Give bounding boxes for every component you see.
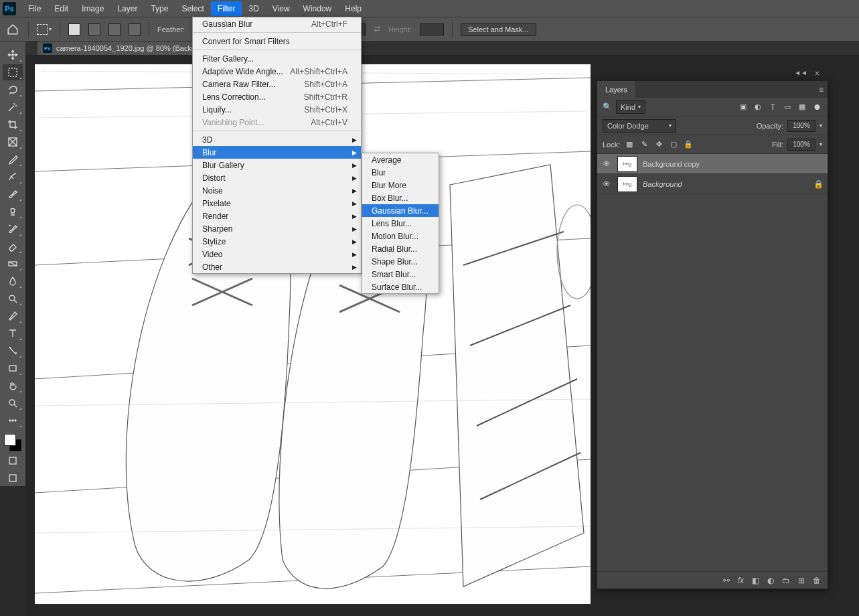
- menuitem-radial-blur[interactable]: Radial Blur...: [362, 242, 439, 255]
- menuitem-render[interactable]: Render▶: [193, 210, 361, 222]
- group-icon[interactable]: 🗀: [782, 576, 790, 585]
- tool-lasso[interactable]: [3, 82, 23, 98]
- tool-hand[interactable]: [3, 378, 23, 394]
- menuitem-camera-raw-filter[interactable]: Camera Raw Filter...Shift+Ctrl+A: [193, 78, 361, 90]
- menuitem-adaptive-wide-angle[interactable]: Adaptive Wide Angle...Alt+Shift+Ctrl+A: [193, 65, 361, 78]
- tool-stamp[interactable]: [3, 204, 23, 220]
- home-icon[interactable]: [5, 22, 20, 37]
- layer-row[interactable]: 👁imgBackground copy: [597, 154, 828, 174]
- tool-gradient[interactable]: [3, 256, 23, 272]
- menuitem-blur-gallery[interactable]: Blur Gallery▶: [193, 159, 361, 171]
- menuitem-blur-more[interactable]: Blur More: [362, 179, 439, 191]
- layer-thumbnail[interactable]: img: [617, 156, 637, 172]
- menuitem-stylize[interactable]: Stylize▶: [193, 235, 361, 248]
- menuitem-box-blur[interactable]: Box Blur...: [362, 191, 439, 204]
- tool-blur[interactable]: [3, 273, 23, 289]
- adjustment-layer-icon[interactable]: ◐: [767, 576, 774, 585]
- selection-new-icon[interactable]: [68, 23, 80, 35]
- menuitem-average[interactable]: Average: [362, 153, 439, 166]
- panel-tab-layers[interactable]: Layers: [597, 81, 635, 98]
- tool-quick-mask[interactable]: [3, 453, 23, 469]
- menuitem-liquify[interactable]: Liquify...Shift+Ctrl+X: [193, 103, 361, 116]
- swap-icon[interactable]: ⇄: [374, 25, 380, 33]
- lock-all-icon[interactable]: 🔒: [683, 139, 694, 150]
- tool-zoom[interactable]: [3, 395, 23, 411]
- menuitem-sharpen[interactable]: Sharpen▶: [193, 222, 361, 235]
- tool-eyedropper[interactable]: [3, 151, 23, 167]
- menuitem-distort[interactable]: Distort▶: [193, 171, 361, 184]
- menu-filter[interactable]: Filter: [211, 1, 242, 16]
- menuitem-gaussian-blur[interactable]: Gaussian BlurAlt+Ctrl+F: [193, 17, 361, 30]
- menu-window[interactable]: Window: [297, 1, 339, 16]
- menu-layer[interactable]: Layer: [110, 1, 144, 16]
- lock-position-icon[interactable]: ✥: [653, 139, 664, 150]
- menu-type[interactable]: Type: [144, 1, 175, 16]
- tool-brush[interactable]: [3, 186, 23, 202]
- menuitem-motion-blur[interactable]: Motion Blur...: [362, 230, 439, 242]
- menuitem-3d[interactable]: 3D▶: [193, 133, 361, 146]
- tool-type[interactable]: [3, 325, 23, 341]
- height-input[interactable]: [420, 23, 444, 35]
- menu-file[interactable]: File: [21, 1, 48, 16]
- tool-brush-heal[interactable]: [3, 169, 23, 185]
- menu-image[interactable]: Image: [75, 1, 110, 16]
- lock-artboard-icon[interactable]: ▢: [668, 139, 679, 150]
- menuitem-video[interactable]: Video▶: [193, 248, 361, 260]
- mask-icon[interactable]: ◧: [752, 576, 759, 585]
- selection-add-icon[interactable]: [88, 23, 100, 35]
- menuitem-filter-gallery[interactable]: Filter Gallery...: [193, 52, 361, 65]
- menuitem-blur[interactable]: Blur▶: [193, 146, 361, 159]
- filter-smart-icon[interactable]: ▦: [797, 102, 807, 112]
- panel-close-icon[interactable]: ×: [815, 69, 819, 78]
- menu-edit[interactable]: Edit: [48, 1, 75, 16]
- filter-type-icon[interactable]: T: [767, 102, 778, 112]
- menuitem-convert-for-smart-filters[interactable]: Convert for Smart Filters: [193, 35, 361, 48]
- fill-input[interactable]: 100%: [787, 139, 815, 151]
- menuitem-blur[interactable]: Blur: [362, 166, 439, 179]
- tool-marquee[interactable]: [3, 64, 23, 80]
- layer-thumbnail[interactable]: img: [617, 176, 637, 192]
- fx-icon[interactable]: fx: [738, 576, 744, 585]
- filter-adjust-icon[interactable]: ◐: [753, 102, 763, 112]
- lock-brush-icon[interactable]: ✎: [639, 139, 649, 150]
- new-layer-icon[interactable]: ⊞: [798, 576, 805, 585]
- menuitem-pixelate[interactable]: Pixelate▶: [193, 197, 361, 210]
- menu-select[interactable]: Select: [175, 1, 210, 16]
- tool-move[interactable]: [3, 47, 23, 63]
- tool-wand[interactable]: [3, 99, 23, 115]
- blend-mode-select[interactable]: Color Dodge ▾: [603, 119, 676, 133]
- layer-filter-kind[interactable]: Kind▾: [616, 100, 645, 114]
- filter-shape-icon[interactable]: ▭: [782, 102, 793, 112]
- delete-layer-icon[interactable]: 🗑: [813, 576, 821, 585]
- tool-screen-mode[interactable]: [3, 470, 23, 486]
- menu-3d[interactable]: 3D: [242, 1, 265, 16]
- tool-history-brush[interactable]: [3, 221, 23, 237]
- fill-caret-icon[interactable]: ▾: [819, 141, 822, 147]
- tool-eraser[interactable]: [3, 238, 23, 254]
- tool-path[interactable]: [3, 343, 23, 359]
- menu-view[interactable]: View: [266, 1, 297, 16]
- visibility-toggle-icon[interactable]: 👁: [601, 179, 612, 189]
- visibility-toggle-icon[interactable]: 👁: [601, 159, 612, 169]
- tool-more[interactable]: [3, 412, 23, 429]
- menuitem-gaussian-blur[interactable]: Gaussian Blur...: [362, 204, 439, 217]
- opacity-input[interactable]: 100%: [787, 120, 815, 132]
- lock-pixels-icon[interactable]: ▩: [624, 139, 635, 150]
- menuitem-smart-blur[interactable]: Smart Blur...: [362, 268, 439, 281]
- marquee-mode-icon[interactable]: ▾: [37, 24, 52, 35]
- menuitem-other[interactable]: Other▶: [193, 260, 361, 273]
- select-and-mask-button[interactable]: Select and Mask...: [461, 23, 536, 36]
- menuitem-surface-blur[interactable]: Surface Blur...: [362, 281, 439, 293]
- tool-frame[interactable]: [3, 134, 23, 150]
- tool-crop[interactable]: [3, 117, 23, 133]
- filter-pixel-icon[interactable]: ▣: [738, 102, 749, 112]
- color-swatches[interactable]: [4, 434, 21, 451]
- menuitem-shape-blur[interactable]: Shape Blur...: [362, 255, 439, 268]
- panel-collapse-icon[interactable]: ◄◄: [794, 69, 807, 76]
- menuitem-lens-correction[interactable]: Lens Correction...Shift+Ctrl+R: [193, 90, 361, 103]
- tool-pen[interactable]: [3, 308, 23, 324]
- tool-rectangle[interactable]: [3, 360, 23, 376]
- layer-row[interactable]: 👁imgBackground🔒: [597, 174, 828, 194]
- selection-intersect-icon[interactable]: [129, 23, 141, 35]
- selection-subtract-icon[interactable]: [108, 23, 121, 35]
